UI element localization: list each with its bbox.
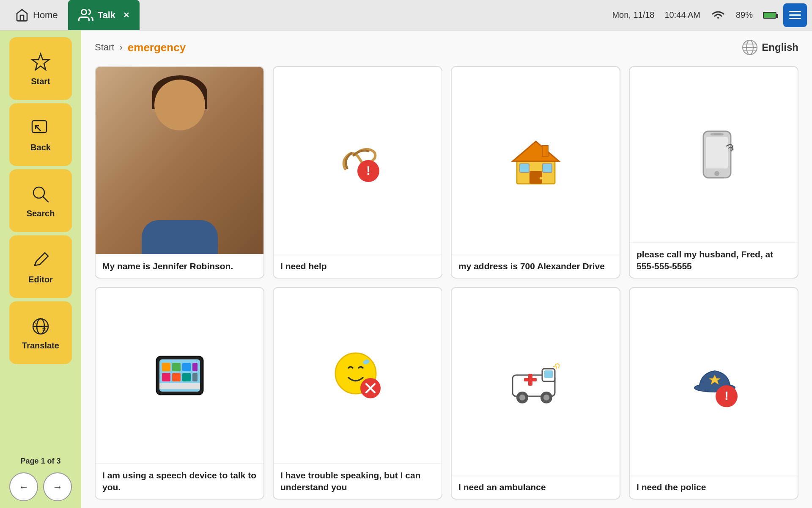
tab-talk[interactable]: Talk ✕ — [68, 0, 140, 30]
svg-rect-33 — [172, 363, 181, 371]
search-label: Search — [27, 209, 55, 218]
talk-label: Talk — [98, 10, 115, 21]
svg-marker-20 — [513, 141, 559, 161]
breadcrumb-current: emergency — [128, 41, 186, 54]
card-call-label: please call my husband, Fred, at 555-555… — [630, 242, 798, 278]
svg-text:!: ! — [724, 389, 729, 403]
card-ambulance-label: I need an ambulance — [452, 475, 620, 499]
svg-line-5 — [43, 196, 48, 202]
svg-rect-28 — [710, 133, 724, 135]
language-icon — [741, 39, 758, 56]
face-icon — [328, 346, 387, 405]
card-trouble-label: I have trouble speaking, but I can under… — [274, 463, 442, 499]
svg-line-3 — [36, 126, 41, 131]
sidebar-start-button[interactable]: Start — [9, 37, 72, 100]
breadcrumb-separator: › — [119, 42, 122, 53]
translate-icon: A 文 — [30, 315, 52, 337]
card-address-label: my address is 700 Alexander Drive — [452, 254, 620, 278]
nav-buttons: ← → — [9, 472, 72, 501]
start-label: Start — [31, 77, 50, 86]
card-speech[interactable]: I am using a speech device to talk to yo… — [95, 287, 264, 500]
tablet-icon — [150, 346, 209, 405]
back-label: Back — [30, 143, 51, 152]
svg-rect-24 — [520, 164, 529, 172]
svg-point-0 — [81, 9, 86, 14]
wifi-icon — [710, 9, 726, 21]
card-help-label: I need help — [274, 254, 442, 278]
card-speech-label: I am using a speech device to talk to yo… — [96, 463, 263, 499]
language-selector[interactable]: English — [741, 39, 798, 56]
card-trouble[interactable]: I have trouble speaking, but I can under… — [273, 287, 442, 500]
sidebar: Start Back Search Editor — [0, 30, 81, 508]
card-name-image — [96, 67, 263, 254]
next-button[interactable]: → — [43, 472, 72, 501]
svg-rect-38 — [182, 373, 191, 381]
top-bar: Home Talk ✕ Mon, 11/18 10:44 AM 89% — [0, 0, 812, 30]
help-icon: ! — [328, 131, 387, 190]
sidebar-back-button[interactable]: Back — [9, 103, 72, 166]
svg-rect-36 — [162, 373, 170, 381]
back-icon — [30, 117, 52, 139]
card-address[interactable]: my address is 700 Alexander Drive — [451, 66, 620, 279]
battery-pct: 89% — [736, 10, 753, 20]
status-area: Mon, 11/18 10:44 AM 89% — [612, 9, 776, 21]
editor-icon — [30, 249, 52, 271]
police-icon: ! — [684, 352, 743, 411]
card-help[interactable]: ! I need help — [273, 66, 442, 279]
close-tab-button[interactable]: ✕ — [123, 11, 129, 20]
svg-point-23 — [540, 177, 542, 179]
svg-rect-27 — [706, 137, 728, 168]
battery-icon — [763, 12, 776, 19]
card-police-label: I need the police — [630, 475, 798, 499]
svg-rect-32 — [162, 363, 170, 371]
home-label: Home — [33, 10, 58, 21]
prev-button[interactable]: ← — [9, 472, 38, 501]
svg-rect-2 — [32, 121, 47, 133]
svg-text:文: 文 — [42, 327, 46, 331]
breadcrumb: Start › emergency English — [95, 39, 798, 56]
svg-rect-54 — [528, 374, 532, 386]
svg-rect-25 — [543, 164, 552, 172]
menu-button[interactable] — [783, 3, 807, 27]
svg-rect-48 — [544, 370, 553, 378]
house-icon — [506, 131, 565, 190]
card-name-label: My name is Jennifer Robinson. — [96, 254, 263, 278]
card-name[interactable]: My name is Jennifer Robinson. — [95, 66, 264, 279]
svg-rect-37 — [172, 373, 181, 381]
card-police[interactable]: ! I need the police — [629, 287, 798, 500]
svg-marker-1 — [32, 54, 49, 70]
svg-point-29 — [714, 171, 719, 176]
svg-point-52 — [543, 395, 549, 400]
ambulance-icon — [506, 352, 565, 411]
page-info: Page 1 of 3 — [20, 457, 60, 466]
phone-icon — [684, 125, 743, 184]
sidebar-translate-button[interactable]: A 文 Translate — [9, 301, 72, 364]
svg-text:A: A — [33, 320, 36, 325]
home-icon — [15, 8, 29, 22]
sidebar-editor-button[interactable]: Editor — [9, 235, 72, 298]
svg-rect-39 — [192, 373, 198, 381]
content-area: Start › emergency English — [81, 30, 812, 508]
search-icon — [30, 183, 52, 205]
breadcrumb-start[interactable]: Start — [95, 42, 114, 53]
card-address-image — [452, 67, 620, 254]
svg-rect-21 — [542, 146, 548, 156]
svg-point-50 — [519, 395, 525, 400]
svg-text:!: ! — [366, 163, 370, 177]
cards-grid: My name is Jennifer Robinson. ! — [95, 66, 798, 500]
card-call[interactable]: please call my husband, Fred, at 555-555… — [629, 66, 798, 279]
svg-rect-35 — [192, 363, 198, 371]
card-speech-image — [96, 288, 263, 463]
tab-home[interactable]: Home — [5, 0, 68, 30]
star-icon — [30, 51, 52, 73]
card-call-image — [630, 67, 798, 242]
svg-rect-34 — [182, 363, 191, 371]
date-display: Mon, 11/18 — [612, 10, 654, 20]
time-display: 10:44 AM — [664, 10, 700, 20]
card-ambulance[interactable]: I need an ambulance — [451, 287, 620, 500]
card-ambulance-image — [452, 288, 620, 475]
talk-icon — [78, 8, 93, 23]
language-label: English — [762, 41, 798, 53]
sidebar-search-button[interactable]: Search — [9, 169, 72, 232]
translate-label: Translate — [22, 341, 59, 351]
